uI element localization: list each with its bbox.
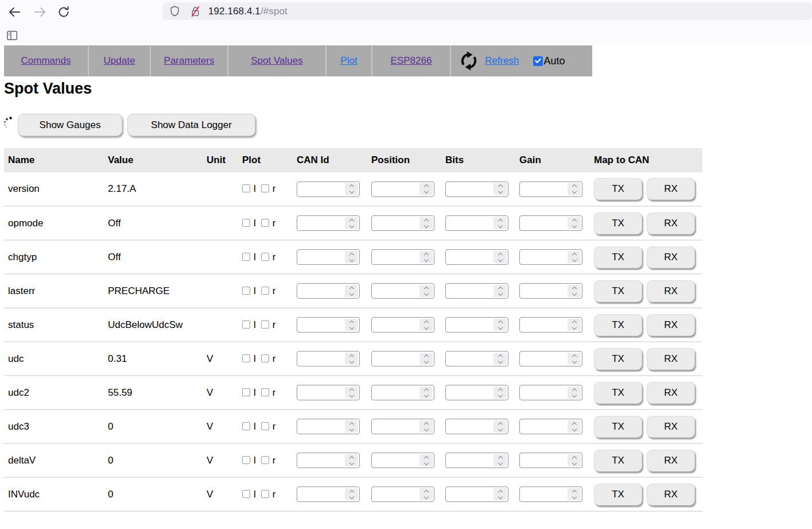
spinner-buttons[interactable]	[568, 420, 581, 433]
plot-right-checkbox[interactable]	[261, 354, 269, 362]
position-input[interactable]	[371, 453, 434, 468]
plot-right-checkbox[interactable]	[261, 321, 269, 329]
nav-link-parameters[interactable]: Parameters	[164, 55, 215, 67]
position-input[interactable]	[371, 283, 434, 299]
rx-button[interactable]: RX	[647, 280, 695, 302]
position-input[interactable]	[371, 419, 434, 434]
refresh-link[interactable]: Refresh	[485, 55, 519, 67]
plot-left-checkbox[interactable]	[242, 219, 250, 227]
can-id-input[interactable]	[297, 317, 360, 333]
spinner-buttons[interactable]	[494, 420, 507, 433]
nav-link-plot[interactable]: Plot	[340, 55, 357, 67]
spinner-buttons[interactable]	[494, 285, 507, 297]
position-input[interactable]	[371, 182, 434, 197]
spinner-buttons[interactable]	[494, 353, 507, 365]
spinner-buttons[interactable]	[568, 353, 581, 365]
tx-button[interactable]: TX	[594, 314, 642, 336]
tx-button[interactable]: TX	[594, 213, 642, 234]
back-button[interactable]	[6, 4, 22, 20]
spinner-buttons[interactable]	[419, 488, 433, 500]
plot-right-checkbox[interactable]	[261, 253, 269, 261]
show-data-logger-button[interactable]: Show Data Logger	[127, 114, 255, 136]
plot-left-checkbox[interactable]	[242, 422, 250, 430]
nav-link-spot-values[interactable]: Spot Values	[251, 55, 302, 67]
plot-left-checkbox[interactable]	[242, 321, 250, 329]
gain-input[interactable]	[519, 351, 582, 366]
show-gauges-button[interactable]: Show Gauges	[18, 114, 122, 136]
spinner-buttons[interactable]	[419, 420, 433, 433]
bits-input[interactable]	[445, 182, 508, 197]
sidebar-toggle-button[interactable]	[5, 29, 19, 43]
spinner-buttons[interactable]	[419, 285, 433, 297]
plot-right-checkbox[interactable]	[261, 388, 269, 396]
spinner-buttons[interactable]	[568, 319, 581, 331]
bits-input[interactable]	[445, 486, 508, 502]
position-input[interactable]	[371, 215, 434, 231]
spinner-buttons[interactable]	[494, 319, 507, 331]
plot-left-checkbox[interactable]	[242, 490, 250, 498]
plot-right-checkbox[interactable]	[261, 287, 269, 295]
gain-input[interactable]	[519, 249, 582, 265]
can-id-input[interactable]	[297, 351, 360, 366]
bits-input[interactable]	[445, 317, 508, 333]
spinner-buttons[interactable]	[494, 251, 507, 263]
can-id-input[interactable]	[297, 419, 360, 434]
rx-button[interactable]: RX	[647, 213, 695, 234]
spinner-buttons[interactable]	[419, 454, 433, 466]
spinner-buttons[interactable]	[345, 387, 358, 399]
tx-button[interactable]: TX	[594, 450, 642, 472]
spinner-buttons[interactable]	[345, 454, 358, 466]
plot-right-checkbox[interactable]	[261, 422, 269, 430]
plot-left-checkbox[interactable]	[242, 456, 250, 464]
tx-button[interactable]: TX	[594, 280, 642, 302]
plot-right-checkbox[interactable]	[261, 219, 269, 227]
plot-left-checkbox[interactable]	[242, 184, 250, 192]
spinner-buttons[interactable]	[494, 454, 507, 466]
spinner-buttons[interactable]	[345, 488, 358, 500]
plot-right-checkbox[interactable]	[261, 456, 269, 464]
reload-button[interactable]	[56, 4, 72, 20]
bits-input[interactable]	[445, 215, 508, 231]
plot-left-checkbox[interactable]	[242, 253, 250, 261]
auto-checkbox[interactable]	[533, 56, 543, 66]
spinner-buttons[interactable]	[419, 387, 433, 399]
spinner-buttons[interactable]	[494, 183, 507, 195]
rx-button[interactable]: RX	[647, 178, 695, 200]
rx-button[interactable]: RX	[647, 348, 695, 370]
spinner-buttons[interactable]	[345, 183, 358, 195]
can-id-input[interactable]	[297, 215, 360, 231]
spinner-buttons[interactable]	[568, 488, 581, 500]
plot-left-checkbox[interactable]	[242, 354, 250, 362]
tx-button[interactable]: TX	[594, 178, 642, 200]
spinner-buttons[interactable]	[345, 217, 358, 229]
plot-right-checkbox[interactable]	[261, 184, 269, 192]
bits-input[interactable]	[445, 249, 508, 265]
spinner-buttons[interactable]	[568, 285, 581, 297]
tx-button[interactable]: TX	[594, 416, 642, 438]
spinner-buttons[interactable]	[419, 319, 433, 331]
spinner-buttons[interactable]	[345, 285, 358, 297]
spinner-buttons[interactable]	[494, 217, 507, 229]
nav-link-commands[interactable]: Commands	[21, 55, 71, 67]
rx-button[interactable]: RX	[647, 246, 695, 268]
gain-input[interactable]	[519, 453, 582, 468]
spinner-buttons[interactable]	[419, 217, 433, 229]
can-id-input[interactable]	[297, 182, 360, 197]
spinner-buttons[interactable]	[568, 454, 581, 466]
nav-link-esp8266[interactable]: ESP8266	[391, 55, 432, 67]
can-id-input[interactable]	[297, 453, 360, 468]
spinner-buttons[interactable]	[419, 183, 433, 195]
gain-input[interactable]	[519, 317, 582, 333]
gain-input[interactable]	[519, 283, 582, 299]
can-id-input[interactable]	[297, 486, 360, 502]
can-id-input[interactable]	[297, 385, 360, 400]
can-id-input[interactable]	[297, 283, 360, 299]
can-id-input[interactable]	[297, 249, 360, 265]
plot-left-checkbox[interactable]	[242, 287, 250, 295]
nav-link-update[interactable]: Update	[104, 55, 135, 67]
spinner-buttons[interactable]	[494, 488, 507, 500]
tx-button[interactable]: TX	[594, 382, 642, 404]
url-bar[interactable]: 192.168.4.1/#spot	[162, 2, 812, 20]
spinner-buttons[interactable]	[345, 353, 358, 365]
tx-button[interactable]: TX	[594, 348, 642, 370]
